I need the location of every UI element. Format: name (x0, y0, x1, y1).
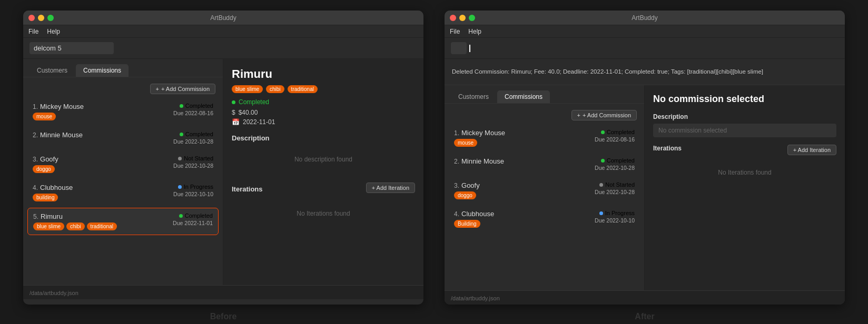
commission-item-1-after[interactable]: 1.Mickey Mouse mouse Completed (449, 125, 640, 151)
add-commission-icon-after: + (577, 112, 580, 118)
fee-row-before: $ $40.00 (232, 109, 415, 116)
add-commission-label-after: + Add Commission (583, 112, 631, 118)
fee-icon-before: $ (232, 109, 235, 116)
no-iterations-after: No Iterations found (653, 158, 836, 187)
commission-item-2-after[interactable]: 2.Minnie Mouse Completed Due 2022-10-28 (449, 153, 640, 175)
dot-yellow-before[interactable] (38, 15, 44, 21)
commission-item-4-before[interactable]: 4.Clubhouse building In Progress (27, 179, 219, 206)
description-value-before: No description found (232, 145, 415, 174)
titlebar-title-before: ArtBuddy (210, 14, 236, 22)
dot-green-after[interactable] (469, 15, 475, 21)
item-left-2-after: 2.Minnie Mouse (454, 157, 504, 165)
commission-item-3-before[interactable]: 3.Goofy doggo Not Started (27, 151, 219, 177)
item-right-5-before: Completed Due 2022-11-01 (173, 212, 213, 226)
screenshots-row: ArtBuddy File Help Customers Commissions (11, 11, 857, 305)
description-label-after: Description (653, 113, 836, 120)
tab-customers-before[interactable]: Customers (29, 64, 75, 77)
add-iteration-btn-after[interactable]: + Add Iteration (787, 145, 836, 155)
right-panel-before: Rimuru blue slime chibi traditional Comp… (223, 59, 423, 285)
status-5-before: Completed (173, 212, 213, 219)
tab-commissions-before[interactable]: Commissions (76, 64, 129, 77)
before-screenshot: ArtBuddy File Help Customers Commissions (23, 11, 423, 305)
content-area-after: Customers Commissions + + Add Commission (445, 85, 845, 290)
add-commission-btn-after[interactable]: + + Add Commission (571, 110, 637, 120)
commission-item-3-after[interactable]: 3.Goofy doggo Not Started (449, 177, 640, 204)
titlebar-before: ArtBuddy (23, 11, 423, 25)
search-input-before[interactable] (29, 42, 114, 54)
dot-green-before[interactable] (47, 15, 54, 21)
item-name-5-before: 5.Rimuru (33, 212, 117, 220)
commission-item-5-before[interactable]: 5.Rimuru blue slime chibi traditional (27, 208, 219, 235)
status-dot-3-before (178, 157, 182, 160)
menu-help-before[interactable]: Help (47, 28, 60, 35)
add-commission-icon-before: + (156, 86, 159, 92)
item-name-2-before: 2.Minnie Mouse (33, 131, 83, 139)
fee-value-before: $40.00 (239, 109, 258, 116)
deadline-value-before: 2022-11-01 (243, 118, 275, 126)
add-commission-btn-before[interactable]: + + Add Commission (150, 84, 215, 94)
item-left-4-after: 4.Clubhouse Building (454, 210, 494, 228)
tag-mouse-before: mouse (33, 113, 56, 120)
item-right-1-after: Completed Due 2022-08-16 (595, 129, 635, 143)
titlebar-dots-before (28, 15, 54, 21)
item-left-2-before: 2.Minnie Mouse (33, 131, 83, 139)
due-3-before: Due 2022-10-28 (173, 163, 213, 169)
main-wrapper: ArtBuddy File Help Customers Commissions (0, 0, 868, 324)
item-name-1-before: 1.Mickey Mouse (33, 103, 84, 110)
iterations-label-before: Iterations (232, 185, 263, 193)
item-right-4-after: In Progress Due 2022-10-10 (595, 210, 635, 224)
tags-row-3-before: doggo (33, 165, 58, 173)
status-dot-2-before (180, 133, 183, 136)
item-left-3-after: 3.Goofy doggo (454, 181, 480, 199)
statusbar-after: /data/artbuddy.json (445, 290, 845, 305)
no-commission-panel-after: No commission selected Description No co… (645, 85, 845, 290)
due-5-before: Due 2022-11-01 (173, 220, 213, 226)
status-4-before: In Progress (173, 184, 213, 190)
status-dot-4-after (599, 211, 603, 215)
iterations-label-after: Iterations (653, 145, 682, 152)
tabs-after: Customers Commissions (445, 85, 644, 104)
menu-help-after[interactable]: Help (468, 28, 481, 35)
statusbar-before: /data/artbuddy.json (23, 285, 423, 299)
deadline-row-before: 📅 2022-11-01 (232, 118, 415, 126)
menubar-after: File Help (445, 25, 845, 38)
tab-commissions-after[interactable]: Commissions (497, 90, 550, 103)
status-dot-2-after (601, 159, 605, 163)
tag-building-before: building (33, 194, 58, 201)
dot-red-after[interactable] (450, 15, 456, 21)
commission-item-4-after[interactable]: 4.Clubhouse Building In Progress (449, 206, 640, 232)
after-screenshot: ArtBuddy File Help Deleted Commission: R… (445, 11, 845, 305)
dot-red-before[interactable] (28, 15, 35, 21)
tag-detail-blueslime-before: blue slime (232, 85, 263, 93)
menu-file-before[interactable]: File (28, 28, 38, 35)
status-dot-5-before (179, 214, 183, 218)
status-dot-1-before (180, 104, 183, 108)
tag-chibi-before: chibi (66, 222, 85, 230)
tag-blueslime-before: blue slime (33, 222, 64, 230)
add-iteration-btn-before[interactable]: + Add Iteration (366, 183, 415, 193)
commission-item-2-before[interactable]: 2.Minnie Mouse Completed Due 2022-10-28 (27, 127, 219, 149)
status-dot-3-after (599, 183, 603, 187)
dot-yellow-after[interactable] (459, 15, 466, 21)
tag-traditional-before: traditional (87, 222, 117, 230)
due-2-after: Due 2022-10-28 (595, 165, 635, 171)
tab-customers-after[interactable]: Customers (451, 90, 496, 103)
commission-item-1-before[interactable]: 1.Mickey Mouse mouse Completed (27, 98, 219, 125)
titlebar-after: ArtBuddy (445, 11, 845, 25)
item-name-4-before: 4.Clubhouse (33, 184, 73, 191)
description-placeholder-after: No commission selected (653, 124, 836, 137)
tags-row-1-after: mouse (454, 139, 505, 147)
item-name-3-before: 3.Goofy (33, 155, 58, 163)
searchbar-before (23, 38, 423, 59)
item-left-5-before: 5.Rimuru blue slime chibi traditional (33, 212, 117, 230)
tag-doggo-after: doggo (454, 191, 476, 199)
iterations-section-after: Iterations + Add Iteration No Iterations… (653, 145, 836, 187)
due-4-after: Due 2022-10-10 (595, 217, 635, 224)
item-right-2-before: Completed Due 2022-10-28 (173, 131, 213, 145)
search-input-after[interactable] (451, 42, 467, 54)
item-name-1-after: 1.Mickey Mouse (454, 129, 505, 137)
searchbar-after (445, 38, 845, 59)
menu-file-after[interactable]: File (450, 28, 460, 35)
status-dot-4-before (178, 185, 182, 189)
tag-detail-traditional-before: traditional (288, 85, 318, 93)
